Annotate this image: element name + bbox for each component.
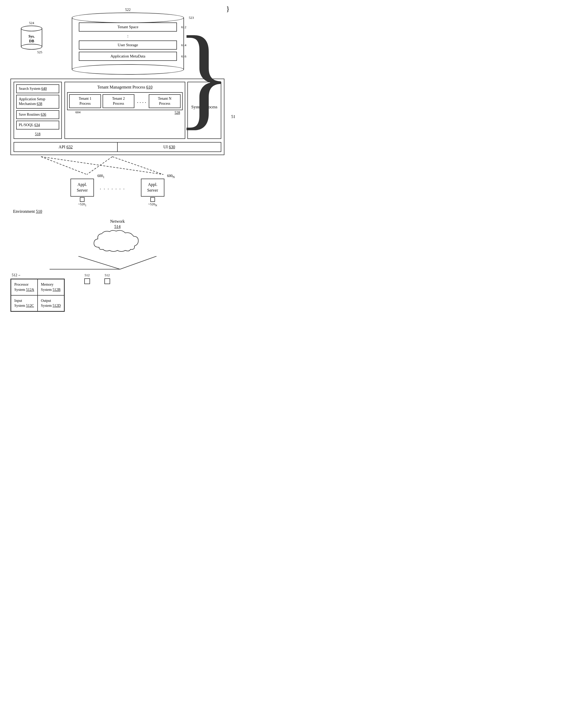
db-dots: : [79, 34, 177, 38]
connector-n-area [141, 197, 164, 202]
device-middle-label: 512 [85, 273, 90, 277]
db-user-storage-row: User Storage 614 [79, 40, 177, 50]
svg-line-4 [78, 256, 120, 269]
app-server-1: 6001 Appl.Server ~5201 . . . . . . . [70, 179, 94, 207]
server-box-n: Appl.Server [141, 179, 164, 197]
system-process-title: System Process 602 [190, 104, 219, 116]
device-middle: 512 [84, 273, 90, 284]
device-square-middle [84, 278, 90, 284]
bottom-left: 512→ ProcessorSystem 512A MemorySystem 5… [10, 273, 65, 312]
diagram-page: 524 Sys.DB 525 522 523 [0, 0, 235, 318]
sys-db-label: Sys.DB [28, 32, 35, 44]
db-label-614: 614 [181, 43, 187, 47]
processor-512a: 512A [26, 288, 34, 292]
main-process-inner: Search System 640 Application Setup Mech… [14, 82, 221, 139]
output-system-cell: OutputSystem 512D [38, 295, 64, 311]
ui-number: 630 [169, 145, 175, 149]
app-server-n: 600N Appl.Server ~520N [141, 179, 164, 207]
db-label-612: 612 [181, 25, 187, 29]
tenant-1-process: Tenant 1Process [69, 94, 101, 108]
plsoql-item: PL/SOQL 634 [16, 121, 59, 130]
api-number: 632 [66, 145, 73, 149]
device-square-right [104, 278, 110, 284]
network-cloud: Network 514 [91, 219, 144, 254]
network-number: 514 [91, 224, 144, 229]
app-setup-number: 638 [37, 102, 42, 106]
large-database: 522 523 Tenant Space 612 : User Storage … [72, 8, 184, 75]
tenant-dots: . . . . [136, 98, 147, 104]
memory-system-cell: MemorySystem 512B [38, 279, 64, 295]
tenant-mgmt-title: Tenant Management Process 610 [67, 84, 183, 90]
db-bottom-ellipse [72, 64, 184, 75]
system-process-number: 602 [201, 111, 208, 115]
app-servers-row: 6001 Appl.Server ~5201 . . . . . . . 600… [10, 179, 225, 207]
tenant-group-604: 604 [75, 110, 81, 114]
left-panel-number: 518 [16, 132, 59, 136]
dashed-lines-area [10, 156, 225, 177]
api-box: API 632 [14, 143, 118, 151]
tenant-management-box: Tenant Management Process 610 Tenant 1Pr… [64, 82, 185, 139]
tenant-processes-row: Tenant 1Process Tenant 2Process . . . . … [67, 92, 183, 110]
dashed-lines-svg [10, 156, 225, 177]
connector-square-n [150, 197, 155, 202]
api-ui-row: API 632 UI 630 [14, 142, 221, 152]
svg-line-5 [120, 256, 157, 269]
sys-db-number-side: 525 [21, 50, 42, 54]
db-number-522: 522 [72, 8, 184, 12]
right-area: Tenant Management Process 610 Tenant 1Pr… [64, 82, 221, 139]
sys-db-number-top: 524 [21, 21, 42, 25]
server-connector-label-1: ~5201 [70, 202, 94, 207]
svg-line-3 [41, 157, 163, 174]
server-connector-label-n: ~520N [141, 202, 164, 207]
device-right-label: 512 [105, 273, 110, 277]
network-label: Network [91, 219, 144, 224]
plsoql-number: 634 [34, 123, 40, 127]
brace-right-top: } [226, 5, 230, 13]
db-tenant-space-row: Tenant Space 612 [79, 22, 177, 32]
search-system-item: Search System 640 [16, 84, 59, 93]
svg-line-0 [41, 157, 87, 174]
db-body: Tenant Space 612 : User Storage 614 Appl… [72, 18, 184, 69]
server-label-600-1: 6001 [97, 174, 104, 179]
input-512c: 512C [26, 304, 34, 308]
db-app-metadata-label: Application MetaData [110, 54, 145, 58]
svg-line-2 [112, 157, 163, 174]
main-process-box: } 516 Search System 640 Application Setu… [10, 79, 225, 155]
system-process-box: System Process 602 [187, 82, 221, 139]
processor-system-cell: ProcessorSystem 512A [11, 279, 38, 295]
db-app-metadata-row: Application MetaData 616 [79, 52, 177, 61]
bottom-section: 512→ ProcessorSystem 512A MemorySystem 5… [10, 273, 225, 312]
input-system-cell: InputSystem 512C [11, 295, 38, 311]
app-setup-mechanism-item: Application Setup Mechanism 638 [16, 95, 59, 108]
environment-label: Environment 510 [13, 209, 230, 214]
db-top-ellipse: 523 [72, 13, 184, 23]
sys-db-cylinder: Sys.DB [21, 26, 42, 50]
server-label-600-n: 600N [167, 174, 175, 179]
connector-lines-svg [10, 256, 230, 272]
left-panel: Search System 640 Application Setup Mech… [14, 82, 62, 139]
tenant-n-process: Tenant NProcess [149, 94, 181, 108]
svg-line-1 [87, 157, 113, 174]
network-section: Network 514 [5, 219, 230, 254]
label-516: 516 [231, 114, 235, 119]
cloud-svg [91, 229, 144, 253]
db-tenant-space-label: Tenant Space [117, 25, 138, 29]
tenant-mgmt-number: 610 [146, 85, 152, 89]
ui-box: UI 630 [118, 143, 221, 151]
tenant-2-process: Tenant 2Process [103, 94, 134, 108]
server-middle-dots: . . . . . . . [100, 185, 126, 191]
db-label-616: 616 [181, 54, 187, 58]
environment-number: 510 [36, 209, 42, 214]
sys-db: 524 Sys.DB 525 [21, 21, 42, 54]
db-user-storage-label: User Storage [118, 43, 138, 47]
search-system-number: 640 [41, 87, 47, 91]
label-512-left: 512→ [12, 273, 65, 277]
processor-grid: ProcessorSystem 512A MemorySystem 512B I… [10, 279, 65, 312]
memory-512b: 512B [53, 288, 61, 292]
db-side-523: 523 [189, 16, 194, 20]
connector-1-area [70, 197, 94, 202]
device-right: 512 [104, 273, 110, 284]
save-routines-number: 636 [41, 113, 46, 116]
server-box-1: Appl.Server [70, 179, 94, 197]
connector-square-1 [80, 197, 85, 202]
